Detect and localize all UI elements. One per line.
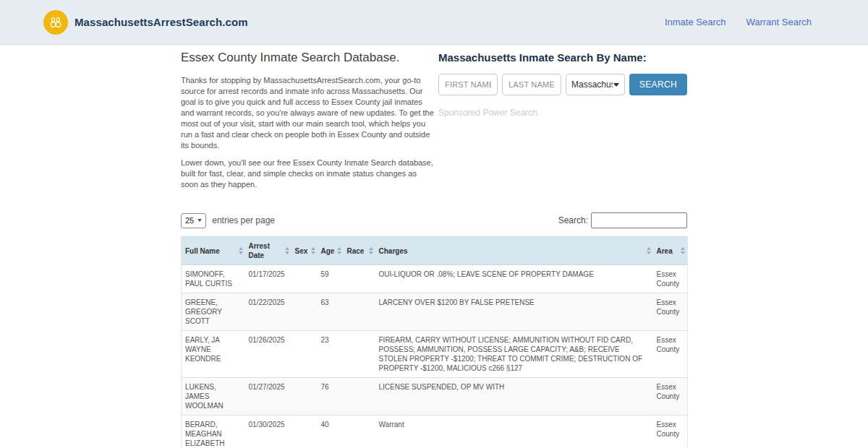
table-body: SIMONOFF, PAUL CURTIS 01/17/2025 59 OUI-… bbox=[182, 265, 688, 448]
cell-full-name: GREENE, GREGORY SCOTT bbox=[182, 293, 245, 331]
chevron-down-icon bbox=[613, 83, 619, 87]
cell-race bbox=[344, 331, 375, 378]
cell-age: 59 bbox=[318, 265, 344, 293]
column-header-sex[interactable]: Sex bbox=[292, 237, 318, 265]
chevron-down-icon bbox=[197, 219, 202, 222]
sort-icon bbox=[647, 247, 651, 254]
table-row: BERARD, MEAGHAN ELIZABETH 01/30/2025 40 … bbox=[182, 415, 688, 448]
nav-link-inmate-search[interactable]: Inmate Search bbox=[665, 17, 726, 27]
state-select[interactable]: Massachusetts bbox=[566, 74, 625, 95]
cell-sex bbox=[292, 265, 318, 293]
cell-age: 63 bbox=[318, 293, 344, 331]
search-form-title: Massachusetts Inmate Search By Name: bbox=[438, 51, 687, 64]
cell-age: 40 bbox=[318, 415, 344, 448]
sort-icon bbox=[311, 247, 315, 254]
cell-race bbox=[344, 415, 375, 448]
column-header-full-name[interactable]: Full Name bbox=[182, 237, 245, 265]
site-logo[interactable]: MassachusettsArrestSearch.com bbox=[43, 10, 248, 35]
search-form-column: Massachusetts Inmate Search By Name: Mas… bbox=[438, 50, 687, 197]
column-header-age[interactable]: Age bbox=[318, 237, 344, 265]
page-title: Essex County Inmate Search Database. bbox=[181, 51, 435, 65]
column-label: Charges bbox=[379, 246, 408, 256]
inmates-table: Full Name Arrest Date Sex Age Race bbox=[181, 236, 688, 448]
main-content: Essex County Inmate Search Database. Tha… bbox=[181, 50, 687, 448]
table-row: LUKENS, JAMES WOOLMAN 01/27/2025 76 LICE… bbox=[182, 378, 688, 415]
cell-charges: OUI-LIQUOR OR .08%; LEAVE SCENE OF PROPE… bbox=[375, 265, 653, 293]
table-search-label: Search: bbox=[558, 215, 588, 225]
cell-sex bbox=[292, 293, 318, 331]
cell-full-name: BERARD, MEAGHAN ELIZABETH bbox=[182, 415, 245, 448]
cell-sex bbox=[292, 415, 318, 448]
sort-icon bbox=[239, 247, 243, 254]
column-label: Race bbox=[347, 246, 365, 256]
table-header: Full Name Arrest Date Sex Age Race bbox=[182, 237, 688, 265]
cell-full-name: EARLY, JA WAYNE KEONDRE bbox=[182, 331, 245, 378]
intro-and-search-section: Essex County Inmate Search Database. Tha… bbox=[181, 50, 687, 197]
column-label: Area bbox=[657, 246, 673, 256]
intro-paragraph-2: Lower down, you'll see our free Essex Co… bbox=[181, 158, 435, 190]
cell-age: 76 bbox=[318, 378, 344, 415]
cell-area: Essex County bbox=[653, 265, 688, 293]
brand-name: MassachusettsArrestSearch.com bbox=[75, 16, 248, 28]
entries-per-page-select[interactable]: 25 bbox=[181, 213, 206, 228]
column-label: Age bbox=[321, 246, 335, 256]
column-label: Full Name bbox=[185, 246, 220, 256]
cell-age: 23 bbox=[318, 331, 344, 378]
sort-icon bbox=[681, 247, 685, 254]
cell-race bbox=[344, 293, 375, 331]
column-header-charges[interactable]: Charges bbox=[375, 237, 653, 265]
entries-per-page-value: 25 bbox=[185, 216, 194, 225]
cell-sex bbox=[292, 378, 318, 415]
cell-arrest-date: 01/26/2025 bbox=[245, 331, 292, 378]
search-button[interactable]: SEARCH bbox=[629, 74, 687, 95]
cell-arrest-date: 01/22/2025 bbox=[245, 293, 292, 331]
last-name-input[interactable] bbox=[502, 74, 561, 95]
table-row: SIMONOFF, PAUL CURTIS 01/17/2025 59 OUI-… bbox=[182, 265, 688, 293]
nav-link-warrant-search[interactable]: Warrant Search bbox=[746, 17, 812, 27]
cell-race bbox=[344, 378, 375, 415]
table-row: EARLY, JA WAYNE KEONDRE 01/26/2025 23 FI… bbox=[182, 331, 688, 378]
sort-icon bbox=[369, 247, 373, 254]
first-name-input[interactable] bbox=[438, 74, 498, 95]
cell-area: Essex County bbox=[653, 293, 688, 331]
column-label: Sex bbox=[295, 246, 308, 256]
cell-arrest-date: 01/17/2025 bbox=[245, 265, 292, 293]
column-label: Arrest Date bbox=[249, 241, 284, 260]
cell-sex bbox=[292, 331, 318, 378]
table-search-input[interactable] bbox=[591, 212, 687, 228]
handcuffs-icon bbox=[43, 10, 68, 35]
sort-icon bbox=[337, 247, 341, 254]
state-select-value: Massachusetts bbox=[571, 79, 613, 90]
table-row: GREENE, GREGORY SCOTT 01/22/2025 63 LARC… bbox=[182, 293, 688, 331]
cell-area: Essex County bbox=[653, 378, 688, 415]
cell-arrest-date: 01/27/2025 bbox=[245, 378, 292, 415]
cell-area: Essex County bbox=[653, 331, 688, 378]
cell-charges: Warrant bbox=[375, 415, 653, 448]
inmate-name-search-form: Massachusetts SEARCH bbox=[438, 74, 687, 95]
cell-race bbox=[344, 265, 375, 293]
sort-icon bbox=[285, 247, 289, 254]
cell-full-name: LUKENS, JAMES WOOLMAN bbox=[182, 378, 245, 415]
table-controls: 25 entries per page Search: bbox=[181, 212, 687, 228]
column-header-race[interactable]: Race bbox=[344, 237, 375, 265]
sponsored-note: Sponsored Power Search. bbox=[438, 108, 687, 118]
entries-per-page-label: entries per page bbox=[212, 215, 275, 225]
cell-area: Essex County bbox=[653, 415, 688, 448]
main-nav: Inmate Search Warrant Search bbox=[665, 17, 812, 27]
cell-charges: LARCENY OVER $1200 BY FALSE PRETENSE bbox=[375, 293, 653, 331]
cell-charges: LICENSE SUSPENDED, OP MV WITH bbox=[375, 378, 653, 415]
top-header-bar: MassachusettsArrestSearch.com Inmate Sea… bbox=[0, 0, 868, 45]
intro-paragraph-1: Thanks for stopping by MassachusettsArre… bbox=[181, 75, 435, 151]
cell-charges: FIREARM, CARRY WITHOUT LICENSE; AMMUNITI… bbox=[375, 331, 653, 378]
cell-full-name: SIMONOFF, PAUL CURTIS bbox=[182, 265, 245, 293]
intro-column: Essex County Inmate Search Database. Tha… bbox=[181, 50, 435, 197]
column-header-arrest-date[interactable]: Arrest Date bbox=[245, 237, 292, 265]
column-header-area[interactable]: Area bbox=[653, 237, 688, 265]
cell-arrest-date: 01/30/2025 bbox=[245, 415, 292, 448]
